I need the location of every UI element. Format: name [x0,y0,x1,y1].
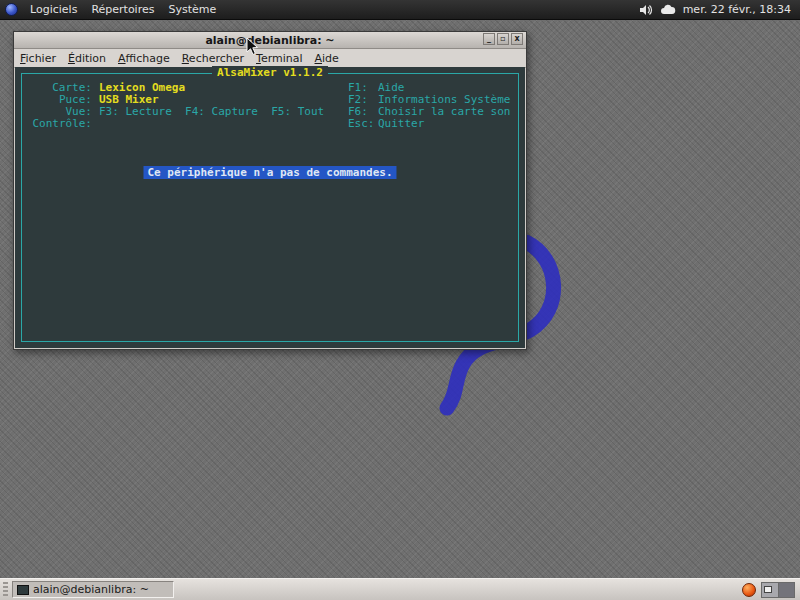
taskbar-window-label: alain@debianlibra: ~ [33,583,149,596]
panel-menu-label: Système [168,3,216,16]
menu-fichier[interactable]: Fichier [14,49,62,67]
alsamixer-frame: AlsaMixer v1.1.2 Carte:Lexicon OmegaF1:A… [21,73,519,342]
terminal-icon [17,585,29,595]
terminal-screen[interactable]: AlsaMixer v1.1.2 Carte:Lexicon OmegaF1:A… [15,67,525,348]
menu-aide[interactable]: Aide [309,49,345,67]
menu-label: Rechercher [182,52,244,65]
no-controls-message: Ce périphérique n'a pas de commandes. [143,166,396,179]
applications-logo-icon[interactable] [5,3,18,16]
panel-menu-repertoires[interactable]: Répertoires [84,0,161,19]
taskbar-right-area [742,582,800,598]
help-entry: Esc:Quitter [348,118,424,130]
window-controls: _ ▫ x [483,33,523,45]
help-text: Quitter [378,117,424,130]
desktop: Logiciels Répertoires Système mer. 22 fé… [0,0,800,600]
info-row: Vue:F3: Lecture F4: Capture F5: ToutF6:C… [26,106,514,118]
menu-label: Terminal [256,52,303,65]
weather-cloud-icon[interactable] [660,4,676,15]
top-panel: Logiciels Répertoires Système mer. 22 fé… [0,0,800,20]
window-title: alain@debianlibra: ~ [205,34,334,47]
panel-menu-logiciels[interactable]: Logiciels [23,0,84,19]
menu-label: Édition [68,52,106,65]
volume-icon[interactable] [639,4,653,16]
panel-status-area: mer. 22 févr., 18:34 [639,3,800,16]
panel-menu-systeme[interactable]: Système [161,0,223,19]
info-value: F3: Lecture F4: Capture F5: Tout [99,105,324,118]
menu-affichage[interactable]: Affichage [112,49,176,67]
workspace-1[interactable] [762,583,778,597]
panel-menu-label: Répertoires [91,3,154,16]
menu-label: Fichier [20,52,56,65]
alsamixer-title: AlsaMixer v1.1.2 [212,66,328,79]
window-titlebar[interactable]: alain@debianlibra: ~ _ ▫ x [14,32,526,49]
alsamixer-info: Carte:Lexicon OmegaF1:Aide Puce:USB Mixe… [26,82,514,130]
workspace-2[interactable] [778,583,794,597]
info-row: Contrôle:Esc:Quitter [26,118,514,130]
menu-edition[interactable]: Édition [62,49,112,67]
taskbar-handle[interactable] [3,582,8,597]
info-label: Contrôle: [26,118,92,130]
notification-icon[interactable] [742,583,756,597]
minimize-button[interactable]: _ [483,33,495,45]
help-key: Esc: [348,118,378,130]
menu-rechercher[interactable]: Rechercher [176,49,250,67]
taskbar-window-button[interactable]: alain@debianlibra: ~ [12,581,174,598]
panel-menu-label: Logiciels [30,3,77,16]
menu-label: Aide [315,52,339,65]
close-button[interactable]: x [511,33,523,45]
workspace-switcher [761,582,795,598]
clock[interactable]: mer. 22 févr., 18:34 [683,3,791,16]
maximize-button[interactable]: ▫ [497,33,509,45]
menu-label: Affichage [118,52,170,65]
taskbar: alain@debianlibra: ~ [0,578,800,600]
mouse-cursor [246,37,259,56]
workspace-window-thumb [764,586,772,593]
terminal-window: alain@debianlibra: ~ _ ▫ x Fichier Éditi… [13,31,527,350]
